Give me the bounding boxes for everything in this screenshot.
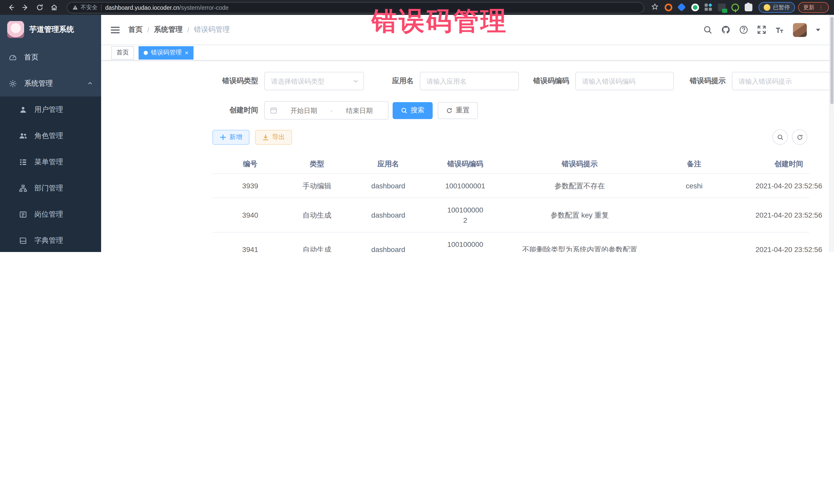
export-button[interactable]: 导出 — [255, 130, 292, 145]
url-host: dashboard.yudao.iocoder.cn — [105, 4, 179, 10]
plus-icon — [220, 134, 226, 140]
cell-tip: 参数配置 key 重复 — [500, 198, 659, 232]
cell-type: 手动编辑 — [288, 174, 346, 198]
browser-home-button[interactable] — [48, 2, 60, 13]
help-button[interactable] — [739, 25, 748, 35]
tab-error-code[interactable]: 错误码管理 × — [138, 46, 194, 59]
breadcrumb-home[interactable]: 首页 — [128, 25, 143, 35]
grid-extension-icon[interactable] — [705, 4, 712, 11]
font-size-button[interactable] — [775, 25, 784, 35]
download-icon — [262, 134, 269, 140]
tab-close-icon[interactable]: × — [185, 49, 188, 56]
sidebar-item-user-management[interactable]: 用户管理 — [0, 96, 101, 123]
gear-icon — [9, 79, 17, 88]
bookmark-star-icon[interactable] — [651, 3, 658, 12]
start-date-input[interactable] — [280, 106, 327, 115]
tab-home[interactable]: 首页 — [111, 46, 134, 59]
post-icon — [19, 210, 27, 218]
avatar-caret-down-icon[interactable] — [815, 27, 821, 32]
header-search-button[interactable] — [703, 25, 712, 35]
sidebar-item-dept-management[interactable]: 部门管理 — [0, 175, 101, 201]
app-name-input[interactable] — [420, 72, 519, 90]
column-header: 创建时间 — [729, 154, 834, 174]
sidebar-item-dict-management[interactable]: 字典管理 — [0, 227, 101, 252]
puzzle-extension-icon[interactable] — [745, 4, 752, 11]
github-link[interactable] — [721, 25, 730, 35]
refresh-table-button[interactable] — [792, 129, 807, 145]
github-icon — [721, 25, 730, 35]
end-date-input[interactable] — [336, 106, 383, 115]
error-type-select[interactable] — [264, 72, 364, 90]
browser-forward-button[interactable] — [20, 2, 31, 13]
extensions-row — [665, 4, 752, 11]
sidebar-item-menu-management[interactable]: 菜单管理 — [0, 149, 101, 175]
main-area: 首页 / 系统管理 / 错误码管理 — [101, 15, 834, 252]
column-header: 错误码提示 — [500, 154, 659, 174]
error-code-table: 编号 类型 应用名 错误码编码 错误码提示 备注 创建时间 操作 3939 手动… — [213, 154, 809, 252]
sidebar-item-home[interactable]: 首页 — [0, 44, 101, 70]
search-icon — [703, 25, 712, 35]
omnibox-divider — [101, 4, 102, 10]
back-icon — [7, 4, 15, 11]
scrollbar-thumb[interactable] — [830, 17, 833, 104]
toggle-search-button[interactable] — [772, 129, 788, 145]
profile-paused-badge[interactable]: 已暂停 — [759, 2, 795, 13]
browser-update-button[interactable]: 更新 ⋮ — [798, 2, 829, 13]
create-time-range-picker[interactable]: - — [264, 101, 389, 119]
page-scrollbar[interactable] — [829, 15, 834, 252]
sidebar-item-role-management[interactable]: 角色管理 — [0, 123, 101, 149]
cell-app: dashboard — [346, 233, 431, 252]
sidebar-toggle-button[interactable] — [110, 25, 120, 35]
cell-code: 100100000 2 — [431, 198, 500, 232]
browser-reload-button[interactable] — [34, 2, 45, 13]
green-badge-extension-icon[interactable] — [691, 4, 699, 11]
breadcrumb-system[interactable]: 系统管理 — [154, 25, 183, 35]
users-icon — [19, 132, 27, 140]
cell-create-time: 2021-04-20 23:52:56 — [729, 233, 834, 252]
table-toolbar: 新增 导出 — [213, 130, 834, 145]
cell-type: 自动生成 — [288, 233, 346, 252]
error-tip-input[interactable] — [732, 72, 830, 90]
emoji-avatar — [764, 4, 770, 11]
cell-remark: ceshi — [659, 174, 729, 198]
range-separator: - — [331, 107, 333, 114]
blue-gem-extension-icon[interactable] — [678, 4, 686, 11]
table-row: 3940 自动生成 dashboard 100100000 2 参数配置 key… — [213, 198, 809, 232]
app-title: 芋道管理系统 — [29, 25, 74, 35]
cell-id: 3939 — [213, 174, 288, 198]
tab-label: 错误码管理 — [151, 48, 182, 57]
tab-label: 首页 — [116, 48, 129, 57]
orange-circle-extension-icon[interactable] — [665, 4, 672, 11]
error-type-select-input[interactable] — [264, 72, 364, 90]
browser-back-button[interactable] — [5, 2, 17, 13]
cell-code: 100100000 3 — [431, 233, 500, 252]
search-icon — [401, 107, 408, 114]
table-row: 3941 自动生成 dashboard 100100000 3 不能删除类型为系… — [213, 232, 809, 252]
filter-tip-label: 错误码提示 — [690, 76, 726, 86]
help-icon — [739, 25, 748, 35]
forward-icon — [21, 4, 29, 11]
address-bar[interactable]: 不安全 dashboard.yudao.iocoder.cn/system/er… — [67, 2, 644, 13]
filter-time-label: 创建时间 — [222, 106, 258, 115]
dark-on-badge-extension-icon[interactable] — [718, 4, 726, 11]
tree-table-icon — [19, 158, 27, 166]
fullscreen-icon — [757, 25, 766, 35]
reset-button[interactable]: 重置 — [438, 102, 478, 119]
column-header: 应用名 — [346, 154, 431, 174]
refresh-icon — [446, 107, 453, 114]
add-button[interactable]: 新增 — [213, 130, 249, 145]
security-chip[interactable]: 不安全 — [72, 4, 97, 11]
table-row: 3939 手动编辑 dashboard 1001000001 参数配置不存在 c… — [213, 174, 809, 198]
browser-menu-icon[interactable]: ⋮ — [818, 5, 824, 10]
logo-row[interactable]: 芋道管理系统 — [0, 15, 101, 44]
fullscreen-button[interactable] — [757, 25, 766, 35]
search-button[interactable]: 搜索 — [393, 102, 433, 119]
reload-icon — [36, 4, 43, 11]
green-key-extension-icon[interactable] — [731, 4, 739, 11]
cell-code: 1001000001 — [431, 174, 500, 198]
table-body: 3939 手动编辑 dashboard 1001000001 参数配置不存在 c… — [213, 174, 809, 252]
error-code-input[interactable] — [575, 72, 674, 90]
sidebar-item-post-management[interactable]: 岗位管理 — [0, 201, 101, 227]
user-avatar[interactable] — [793, 23, 807, 37]
sidebar-item-system-management[interactable]: 系统管理 — [0, 70, 101, 96]
